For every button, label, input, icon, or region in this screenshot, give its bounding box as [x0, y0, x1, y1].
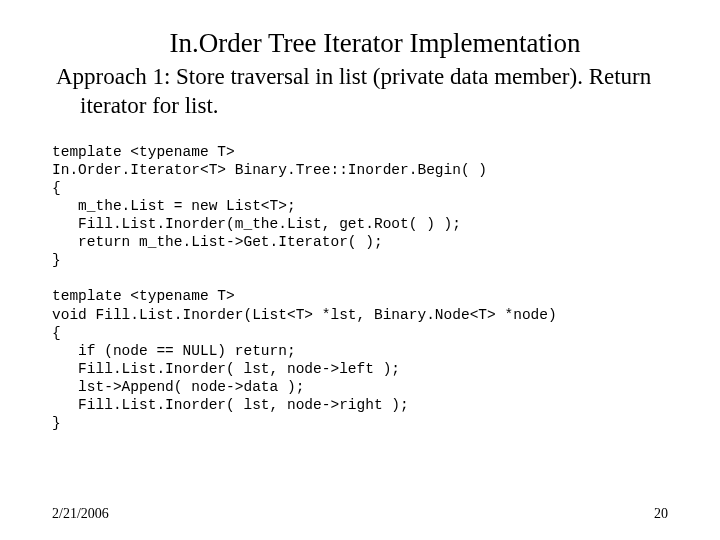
slide-footer: 2/21/2006 20: [52, 506, 668, 522]
footer-page-number: 20: [654, 506, 668, 522]
slide-title: In.Order Tree Iterator Implementation: [82, 28, 668, 59]
approach-text: Approach 1: Store traversal in list (pri…: [76, 63, 668, 121]
code-block-1: template <typename T> In.Order.Iterator<…: [52, 143, 668, 270]
code-block-2: template <typename T> void Fill.List.Ino…: [52, 287, 668, 432]
footer-date: 2/21/2006: [52, 506, 109, 522]
slide-body: In.Order Tree Iterator Implementation Ap…: [0, 0, 720, 540]
